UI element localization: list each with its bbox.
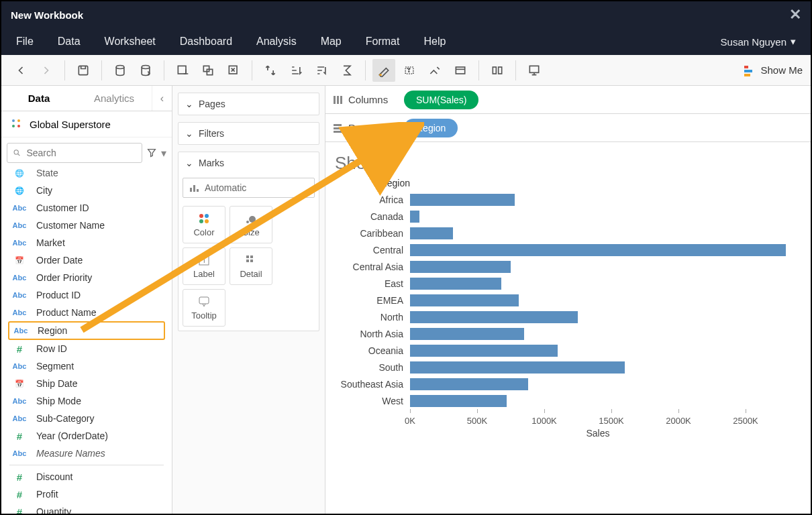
field-ship-mode[interactable]: AbcShip Mode [8, 392, 165, 410]
mark-size-label: Size [242, 227, 259, 237]
bar[interactable] [410, 261, 511, 273]
field-customer-name[interactable]: AbcCustomer Name [8, 217, 165, 234]
show-cards-button[interactable] [486, 59, 509, 82]
bar-row: Central Asia [339, 258, 797, 275]
mark-tooltip-button[interactable]: Tooltip [183, 289, 225, 327]
user-menu[interactable]: Susan Nguyen ▾ [721, 36, 796, 48]
presentation-button[interactable] [523, 59, 546, 82]
columns-pill[interactable]: SUM(Sales) [404, 91, 478, 109]
field-product-name[interactable]: AbcProduct Name [8, 304, 165, 321]
datasource[interactable]: Global Superstore [1, 111, 172, 137]
field-segment[interactable]: AbcSegment [8, 357, 165, 375]
rows-shelf[interactable]: Rows Region [325, 114, 811, 142]
pages-card[interactable]: ⌄Pages [178, 93, 319, 115]
bar[interactable] [410, 328, 524, 340]
bar[interactable] [410, 211, 419, 223]
menu-map[interactable]: Map [321, 36, 342, 48]
svg-point-24 [199, 214, 203, 218]
tab-analytics[interactable]: Analytics [77, 86, 152, 111]
clear-button[interactable] [222, 59, 245, 82]
fit-button[interactable] [449, 59, 472, 82]
search-row: ▾ [1, 137, 172, 168]
new-datasource-button[interactable] [109, 59, 132, 82]
bar-label: North Asia [339, 329, 410, 339]
field-market[interactable]: AbcMarket [8, 234, 165, 251]
search-input[interactable] [26, 148, 136, 158]
bar[interactable] [410, 294, 519, 306]
field-quantity[interactable]: #Quantity [8, 503, 165, 514]
bar-row: Southeast Asia [339, 376, 797, 392]
svg-rect-33 [250, 255, 253, 258]
field-city[interactable]: 🌐City [8, 182, 165, 199]
menu-worksheet[interactable]: Worksheet [105, 36, 156, 48]
svg-rect-34 [246, 260, 249, 262]
field-order-priority[interactable]: AbcOrder Priority [8, 269, 165, 286]
menu-dashboard[interactable]: Dashboard [180, 36, 232, 48]
mark-type-select[interactable]: Automatic [183, 178, 315, 198]
columns-shelf[interactable]: Columns SUM(Sales) [325, 86, 811, 114]
bar-chart-icon [189, 182, 199, 193]
forward-button[interactable] [35, 59, 58, 82]
new-worksheet-button[interactable] [171, 59, 194, 82]
bar[interactable] [410, 395, 507, 407]
bar[interactable] [410, 345, 558, 357]
sort-desc-button[interactable] [310, 59, 333, 82]
svg-point-17 [17, 119, 20, 122]
search-box[interactable] [7, 143, 142, 163]
mark-color-button[interactable]: Color [183, 206, 225, 243]
field-order-date[interactable]: 📅Order Date [8, 251, 165, 269]
menu-file[interactable]: File [16, 36, 34, 48]
mark-detail-button[interactable]: Detail [230, 247, 272, 285]
field-product-id[interactable]: AbcProduct ID [8, 286, 165, 304]
field-sub-category[interactable]: AbcSub-Category [8, 410, 165, 427]
refresh-datasource-button[interactable] [134, 59, 157, 82]
fix-axis-button[interactable] [423, 59, 446, 82]
menu-help[interactable]: Help [423, 36, 446, 48]
collapse-left-button[interactable]: ‹ [152, 86, 172, 111]
bar[interactable] [410, 227, 453, 239]
mark-type-label: Automatic [205, 182, 246, 193]
field-year-orderdate-[interactable]: #Year (OrderDate) [8, 427, 165, 445]
field-ship-date[interactable]: 📅Ship Date [8, 375, 165, 392]
mark-label-label: Label [193, 269, 215, 279]
bar[interactable] [410, 194, 515, 206]
bar[interactable] [410, 278, 501, 290]
tab-data[interactable]: Data [1, 86, 77, 111]
filters-card[interactable]: ⌄Filters [178, 122, 319, 145]
rows-pill[interactable]: Region [404, 119, 458, 137]
separator [252, 60, 252, 80]
show-me-button[interactable]: Show Me [743, 64, 803, 76]
mark-size-button[interactable]: Size [230, 206, 272, 243]
highlight-button[interactable] [372, 59, 395, 82]
back-button[interactable] [9, 59, 32, 82]
size-icon [245, 213, 257, 225]
save-button[interactable] [72, 59, 95, 82]
field-profit[interactable]: #Profit [8, 485, 165, 503]
svg-rect-13 [744, 66, 748, 68]
duplicate-button[interactable] [197, 59, 219, 82]
x-tick: 2000K [666, 416, 691, 426]
show-labels-button[interactable]: T [398, 59, 421, 82]
field-customer-id[interactable]: AbcCustomer ID [8, 199, 165, 217]
close-icon[interactable]: ✕ [789, 6, 801, 23]
sort-asc-button[interactable] [285, 59, 307, 82]
bar[interactable] [410, 244, 786, 256]
filter-icon[interactable] [146, 148, 157, 158]
field-region[interactable]: AbcRegion [8, 321, 165, 340]
menu-format[interactable]: Format [366, 36, 400, 48]
mark-label-button[interactable]: T Label [183, 247, 225, 285]
field-discount[interactable]: #Discount [8, 468, 165, 485]
menu-data[interactable]: Data [58, 36, 81, 48]
field-state[interactable]: 🌐State [8, 168, 165, 182]
bar[interactable] [410, 361, 625, 374]
field-menu-button[interactable]: ▾ [161, 147, 166, 160]
bar[interactable] [410, 311, 578, 323]
sheet-title[interactable]: Sheet 1 [325, 142, 811, 178]
svg-rect-39 [340, 96, 342, 104]
menu-analysis[interactable]: Analysis [256, 36, 297, 48]
bar[interactable] [410, 378, 528, 390]
field-row-id[interactable]: #Row ID [8, 340, 165, 357]
totals-button[interactable] [336, 59, 358, 82]
swap-button[interactable] [259, 59, 282, 82]
field-measure-names[interactable]: AbcMeasure Names [8, 445, 165, 462]
